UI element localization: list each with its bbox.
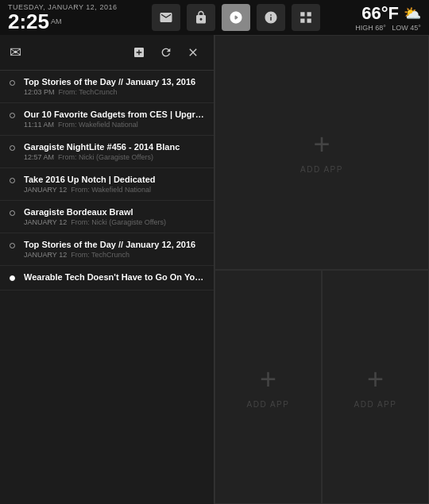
email-header: ✉ [0,35,214,71]
add-app-cell-3[interactable]: + ADD APP [322,270,429,505]
apps-panel: + ADD APP + ADD APP + ADD APP [214,35,429,504]
email-subject: Our 10 Favorite Gadgets from CES | Upgra… [24,110,204,119]
email-unread-dot [10,210,15,216]
email-unread-dot [10,113,15,118]
email-item[interactable]: Take 2016 Up Notch | DedicatedJANUARY 12… [0,168,214,201]
email-meta: JANUARY 12 From: Wakefield National [24,186,204,194]
temp-low: LOW 45° [392,24,421,32]
email-list: Top Stories of the Day // January 13, 20… [0,71,214,504]
status-bar: Tuesday, January 12, 2016 2:25AM 66°F ⛅ [0,0,429,35]
email-unread-dot [10,145,15,151]
email-item[interactable]: Wearable Tech Doesn't Have to Go On Your… [0,266,214,290]
email-meta: 11:11 AM From: Wakefield National [24,121,204,129]
email-item[interactable]: Our 10 Favorite Gadgets from CES | Upgra… [0,103,214,136]
grid-status-icon[interactable] [292,4,320,31]
email-meta: 12:57 AM From: Nicki (Garagiste Offers) [24,153,204,161]
email-item[interactable]: Garagiste NightLite #456 - 2014 Blanc12:… [0,136,214,168]
email-subject: Garagiste NightLite #456 - 2014 Blanc [24,142,204,152]
add-app-cell-1[interactable]: + ADD APP [214,35,429,270]
email-meta: JANUARY 12 From: TechCrunch [24,251,204,259]
info-status-icon[interactable] [257,4,285,31]
close-button[interactable] [182,41,204,63]
email-item[interactable]: Top Stories of the Day // January 12, 20… [0,233,214,266]
weather-display: 66°F ⛅ HIGH 68° LOW 45° [355,3,421,32]
temp-value: 66°F [361,3,399,24]
status-ampm: AM [51,17,62,25]
email-meta: JANUARY 12 From: Nicki (Garagiste Offers… [24,218,204,226]
add-app-label-3: ADD APP [354,400,397,409]
status-icons [152,4,320,31]
email-item[interactable]: Top Stories of the Day // January 13, 20… [0,71,214,103]
email-unread-dot [10,275,15,281]
content-area: ✉ Top Stories of the Day // January 13, … [0,35,429,504]
mail-status-icon[interactable] [152,4,180,31]
add-app-cell-2[interactable]: + ADD APP [214,270,322,505]
add-app-plus-icon-3: + [367,365,384,394]
email-subject: Top Stories of the Day // January 13, 20… [24,77,204,87]
lock-status-icon[interactable] [187,4,215,31]
temp-high: HIGH 68° [355,24,386,32]
email-unread-dot [10,243,15,248]
email-meta: 12:03 PM From: TechCrunch [24,88,204,96]
email-unread-dot [10,80,15,86]
status-time: 2:25 [8,10,49,33]
email-unread-dot [10,178,15,183]
email-panel: ✉ Top Stories of the Day // January 13, … [0,35,214,504]
compose-button[interactable] [128,41,150,63]
email-subject: Take 2016 Up Notch | Dedicated [24,175,204,184]
email-subject: Wearable Tech Doesn't Have to Go On Your… [24,272,204,282]
time-display: Tuesday, January 12, 2016 2:25AM [8,3,117,32]
gear-status-icon[interactable] [222,4,250,31]
email-item[interactable]: Garagiste Bordeaux BrawlJANUARY 12 From:… [0,201,214,233]
temperature-main: 66°F ⛅ [361,3,421,24]
email-subject: Garagiste Bordeaux Brawl [24,207,204,217]
cloud-icon: ⛅ [404,5,421,22]
add-app-plus-icon-2: + [260,365,276,394]
add-app-plus-icon-1: + [313,130,330,159]
temp-range: HIGH 68° LOW 45° [355,24,421,32]
apps-bottom-row: + ADD APP + ADD APP [214,270,429,505]
email-subject: Top Stories of the Day // January 12, 20… [24,240,204,249]
refresh-button[interactable] [155,41,177,63]
add-app-label-1: ADD APP [300,165,343,174]
add-app-label-2: ADD APP [247,400,290,409]
email-logo-icon: ✉ [10,44,21,61]
